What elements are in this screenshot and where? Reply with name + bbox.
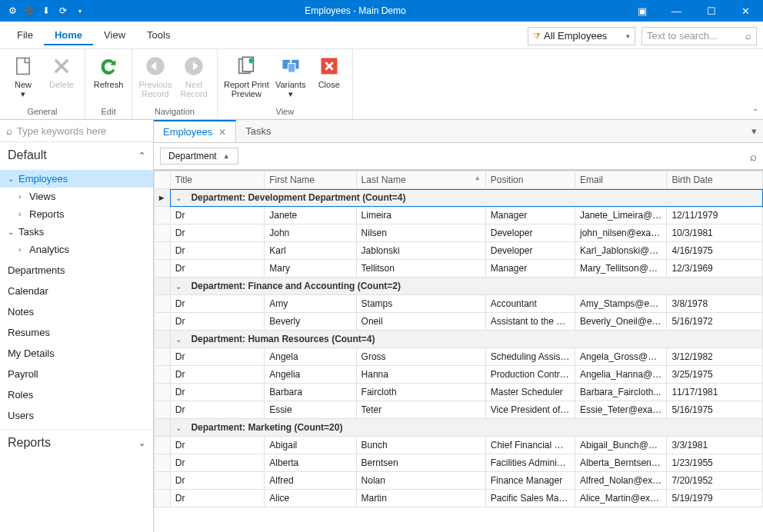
- cell[interactable]: Abigail_Bunch@exa...: [575, 437, 667, 454]
- cell[interactable]: Gross: [356, 348, 485, 366]
- cell[interactable]: Manager: [485, 207, 575, 224]
- row-handle[interactable]: [155, 419, 171, 437]
- row-handle[interactable]: [155, 313, 171, 331]
- cell[interactable]: Dr: [170, 224, 264, 242]
- table-row[interactable]: DrKarlJablonskiDeveloperKarl_Jablonski@e…: [155, 242, 763, 260]
- sidebar-item-my-details[interactable]: My Details: [0, 343, 153, 364]
- cell[interactable]: Abigail: [265, 437, 356, 454]
- cell[interactable]: Alice: [265, 490, 356, 507]
- group-panel[interactable]: Department ▲ ⌕: [154, 143, 763, 170]
- cell[interactable]: Finance Manager: [485, 472, 575, 490]
- column-header-position[interactable]: Position: [485, 171, 575, 189]
- cell[interactable]: Tellitson: [356, 260, 485, 278]
- cell[interactable]: Karl_Jablonski@exa...: [575, 242, 667, 260]
- group-row-label[interactable]: ⌄ Department: Development Department (Co…: [170, 189, 762, 207]
- cell[interactable]: 5/16/1972: [667, 313, 763, 331]
- cell[interactable]: 3/25/1975: [667, 366, 763, 384]
- cell[interactable]: Dr: [170, 348, 264, 366]
- table-row[interactable]: DrAmyStampsAccountantAmy_Stamps@exam...3…: [155, 295, 763, 313]
- ribbon-new-button[interactable]: New▾: [6, 52, 40, 98]
- table-row[interactable]: DrJohnNilsenDeveloperjohn_nilsen@exampl.…: [155, 224, 763, 242]
- cell[interactable]: Manager: [485, 260, 575, 278]
- tab-employees[interactable]: Employees✕: [154, 120, 236, 142]
- cell[interactable]: 1/23/1955: [667, 454, 763, 472]
- row-handle[interactable]: [155, 401, 171, 419]
- cell[interactable]: Amy: [265, 295, 356, 313]
- cell[interactable]: Mary: [265, 260, 356, 278]
- cell[interactable]: Pacific Sales Manager: [485, 490, 575, 507]
- row-handle[interactable]: [155, 331, 171, 348]
- group-row[interactable]: ▸⌄ Department: Development Department (C…: [155, 189, 763, 207]
- sidebar-item-resumes[interactable]: Resumes: [0, 322, 153, 343]
- sidebar-item-tasks[interactable]: ⌄Tasks: [0, 223, 153, 241]
- column-header-last-name[interactable]: Last Name: [356, 171, 485, 189]
- cell[interactable]: 4/16/1975: [667, 242, 763, 260]
- cell[interactable]: Beverly: [265, 313, 356, 331]
- cell[interactable]: Accountant: [485, 295, 575, 313]
- cell[interactable]: Dr: [170, 313, 264, 331]
- cell[interactable]: Developer: [485, 242, 575, 260]
- sidebar-section-reports[interactable]: Reports ⌄: [0, 429, 153, 456]
- cell[interactable]: Alberta: [265, 454, 356, 472]
- cell[interactable]: Dr: [170, 295, 264, 313]
- cell[interactable]: Dr: [170, 242, 264, 260]
- cell[interactable]: 3/8/1978: [667, 295, 763, 313]
- cell[interactable]: Bunch: [356, 437, 485, 454]
- table-row[interactable]: DrAngelaGrossScheduling AssistantAngela_…: [155, 348, 763, 366]
- cell[interactable]: Alfred_Nolan@exa...: [575, 472, 667, 490]
- tab-tasks[interactable]: Tasks: [236, 121, 280, 141]
- cell[interactable]: Alice_Martin@exa...: [575, 490, 667, 507]
- row-handle[interactable]: [155, 384, 171, 401]
- cell[interactable]: Angelia: [265, 366, 356, 384]
- cell[interactable]: Mary_Tellitson@ex...: [575, 260, 667, 278]
- group-row[interactable]: ⌄ Department: Marketing (Count=20): [155, 419, 763, 437]
- sidebar-item-calendar[interactable]: Calendar: [0, 281, 153, 301]
- cell[interactable]: Amy_Stamps@exam...: [575, 295, 667, 313]
- ribbon-refresh-button[interactable]: Refresh: [92, 52, 125, 89]
- row-handle[interactable]: [155, 242, 171, 260]
- maximize-button[interactable]: ☐: [694, 0, 728, 22]
- cell[interactable]: Beverly_Oneil@exa...: [575, 313, 667, 331]
- minimize-button[interactable]: —: [659, 0, 694, 22]
- cell[interactable]: Janete_Limeira@ex...: [575, 207, 667, 224]
- cell[interactable]: 3/12/1982: [667, 348, 763, 366]
- ribbon-report-print-button[interactable]: Report PrintPreview: [224, 52, 269, 98]
- table-row[interactable]: DrMaryTellitsonManagerMary_Tellitson@ex.…: [155, 260, 763, 278]
- row-handle[interactable]: [155, 348, 171, 366]
- cell[interactable]: Dr: [170, 472, 264, 490]
- group-row[interactable]: ⌄ Department: Human Resources (Count=4): [155, 331, 763, 348]
- sidebar-search[interactable]: ⌕ Type keywords here: [0, 120, 153, 142]
- cell[interactable]: Limeira: [356, 207, 485, 224]
- table-row[interactable]: DrAngeliaHannaProduction Control ...Ange…: [155, 366, 763, 384]
- cell[interactable]: Vice President of Pro...: [485, 401, 575, 419]
- sidebar-item-views[interactable]: ›Views: [0, 188, 153, 205]
- cell[interactable]: Berntsen: [356, 454, 485, 472]
- row-handle[interactable]: [155, 295, 171, 313]
- cell[interactable]: John: [265, 224, 356, 242]
- cell[interactable]: Master Scheduler: [485, 384, 575, 401]
- cell[interactable]: 11/17/1981: [667, 384, 763, 401]
- cell[interactable]: john_nilsen@exampl...: [575, 224, 667, 242]
- row-handle[interactable]: [155, 490, 171, 507]
- column-header-email[interactable]: Email: [575, 171, 667, 189]
- column-header-title[interactable]: Title: [170, 171, 264, 189]
- cell[interactable]: Essie_Teter@examp...: [575, 401, 667, 419]
- search-icon[interactable]: ⌕: [745, 30, 751, 42]
- sidebar-item-payroll[interactable]: Payroll: [0, 364, 153, 384]
- cell[interactable]: Dr: [170, 401, 264, 419]
- cell[interactable]: Barbara: [265, 384, 356, 401]
- sidebar-item-roles[interactable]: Roles: [0, 384, 153, 405]
- menu-tab-file[interactable]: File: [6, 26, 44, 45]
- menu-tab-tools[interactable]: Tools: [136, 26, 181, 45]
- search-box[interactable]: Text to search... ⌕: [641, 27, 757, 45]
- close-window-button[interactable]: ✕: [728, 0, 763, 22]
- column-header-birth-date[interactable]: Birth Date: [667, 171, 763, 189]
- cell[interactable]: 7/20/1952: [667, 472, 763, 490]
- table-row[interactable]: DrEssieTeterVice President of Pro...Essi…: [155, 401, 763, 419]
- cell[interactable]: 3/3/1981: [667, 437, 763, 454]
- table-row[interactable]: DrAlbertaBerntsenFacilities Administrati…: [155, 454, 763, 472]
- cell[interactable]: Essie: [265, 401, 356, 419]
- group-row-label[interactable]: ⌄ Department: Finance and Accounting (Co…: [170, 278, 762, 295]
- column-header-first-name[interactable]: First Name: [265, 171, 356, 189]
- cell[interactable]: Angelia_Hanna@ex...: [575, 366, 667, 384]
